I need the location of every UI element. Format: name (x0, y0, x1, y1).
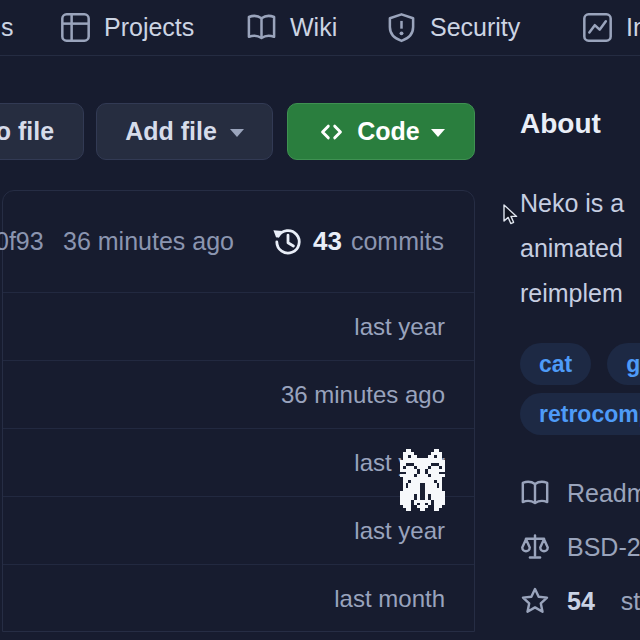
commit-hash-link[interactable]: 0f93 (0, 191, 44, 292)
file-row-time: last month (334, 585, 445, 613)
tab-projects-label: Projects (104, 13, 194, 42)
tab-wiki-label: Wiki (290, 13, 337, 42)
table-row[interactable]: 36 minutes ago (3, 360, 474, 428)
table-row[interactable]: last month (3, 564, 474, 632)
code-button[interactable]: Code (287, 103, 475, 160)
chevron-down-icon (230, 129, 244, 137)
about-title: About (520, 108, 601, 140)
stars-label: sta (621, 587, 640, 616)
add-file-button[interactable]: Add file (96, 103, 273, 160)
latest-commit-bar: 0f93 36 minutes ago 43 commits (3, 191, 474, 292)
tab-insights-label: In (626, 13, 640, 42)
about-description-line: animated (520, 226, 624, 271)
topic-tag-retrocomputing[interactable]: retrocomp (520, 393, 640, 435)
graph-icon (582, 12, 613, 43)
topics-row: cat go (520, 343, 640, 385)
chevron-down-icon (431, 129, 445, 137)
code-icon (317, 119, 346, 145)
stars-count: 54 (567, 587, 595, 616)
about-description-line: reimplem (520, 271, 624, 316)
topic-tag-cat[interactable]: cat (520, 343, 591, 385)
add-file-label: Add file (125, 117, 217, 146)
commit-time: 36 minutes ago (63, 191, 234, 292)
star-icon (520, 586, 550, 616)
file-row-time: last year (354, 517, 445, 545)
readme-label: Readme (567, 479, 640, 508)
tab-partial-label: s (1, 13, 14, 42)
github-repo-page: s Projects Wiki (0, 0, 640, 640)
file-row-time: last year (354, 313, 445, 341)
cursor-arrow-icon (503, 204, 520, 231)
history-icon (272, 226, 304, 258)
nav-divider (0, 55, 640, 56)
topics-row: retrocomp (520, 393, 640, 435)
license-label: BSD-2 (567, 533, 640, 562)
tab-security[interactable]: Security (386, 0, 520, 55)
about-description-line: Neko is a (520, 181, 624, 226)
shield-alert-icon (386, 12, 417, 43)
code-button-label: Code (357, 117, 420, 146)
tab-insights[interactable]: In (582, 0, 640, 55)
table-row[interactable]: last year (3, 292, 474, 360)
neko-cat-sprite (400, 449, 445, 511)
tab-partial[interactable]: s (1, 0, 14, 55)
readme-link[interactable]: Readme (520, 478, 640, 508)
book-icon (520, 478, 550, 508)
topic-tag-go[interactable]: go (607, 343, 640, 385)
tab-wiki[interactable]: Wiki (246, 0, 337, 55)
law-icon (520, 532, 550, 562)
repo-tab-bar: s Projects Wiki (0, 0, 640, 56)
file-list-panel: 0f93 36 minutes ago 43 commits last year… (2, 190, 475, 632)
file-row-time: 36 minutes ago (281, 381, 445, 409)
book-icon (246, 12, 277, 43)
go-to-file-button[interactable]: o file (0, 103, 84, 160)
tab-security-label: Security (430, 13, 520, 42)
commit-history-link[interactable]: 43 commits (272, 191, 444, 292)
commit-count: 43 (313, 226, 342, 257)
go-to-file-label: o file (0, 117, 54, 146)
tab-projects[interactable]: Projects (60, 0, 194, 55)
license-link[interactable]: BSD-2 (520, 532, 640, 562)
table-icon (60, 12, 91, 43)
about-description: Neko is a animated reimplem (520, 181, 624, 316)
stars-link[interactable]: 54 sta (520, 586, 640, 616)
commits-label: commits (351, 227, 444, 256)
